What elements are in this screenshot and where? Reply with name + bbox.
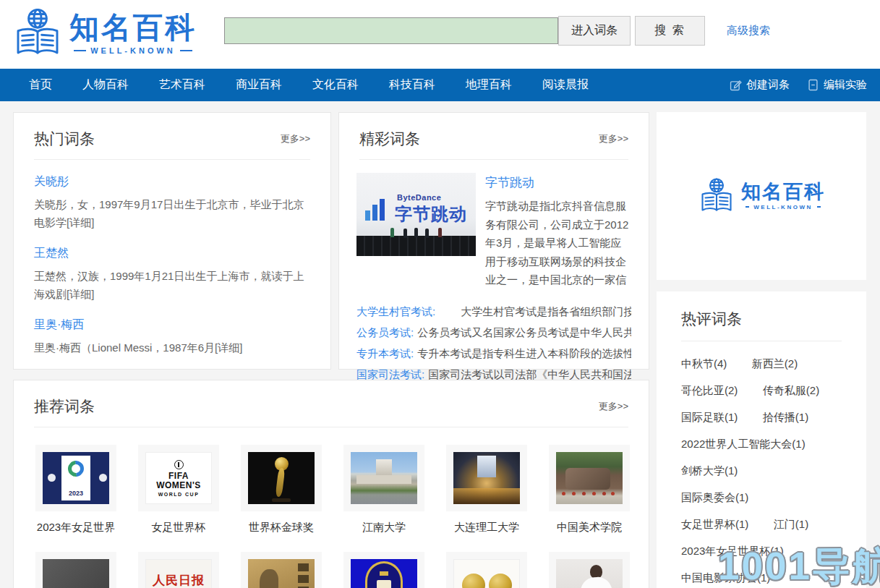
recommended-item[interactable]: 中国美术学院	[549, 445, 630, 534]
logo-texts: 知名百科 WELL-KNOWN	[741, 182, 825, 210]
featured-main-entry: ByteDance 字节跳动 字节跳动 字节跳动是指北京抖音信息服务有限公司，公…	[339, 160, 649, 289]
recommended-item[interactable]: amazon	[35, 552, 116, 588]
nav-item-business[interactable]: 商业百科	[236, 77, 282, 93]
hot-comment-tag[interactable]: 国际足联(1)	[681, 409, 738, 425]
hot-comment-tag[interactable]: 哥伦比亚(2)	[681, 383, 738, 399]
nav-item-technology[interactable]: 科技百科	[389, 77, 435, 93]
hot-comment-tag[interactable]: 女足世界杯(1)	[681, 516, 748, 532]
enter-entry-button[interactable]: 进入词条	[558, 16, 631, 46]
edit-lab-link[interactable]: 编辑实验	[807, 78, 867, 92]
recommended-caption[interactable]: 世界杯金球奖	[241, 521, 322, 534]
recommended-item[interactable]: 世界杯金球奖	[241, 445, 322, 534]
hot-entries-title: 热门词条	[34, 129, 95, 149]
recommended-item[interactable]: FIFA WOMEN'S WORLD CUP 女足世界杯	[138, 445, 219, 534]
sidebar-logo-title: 知名百科	[741, 182, 825, 203]
site-logo[interactable]: 知名百科 WELL-KNOWN	[12, 7, 197, 59]
nav-item-morning-news[interactable]: 阅读晨报	[542, 77, 589, 93]
bytedance-photo[interactable]: ByteDance 字节跳动	[356, 173, 476, 256]
sidebar-logo[interactable]: 知名百科 WELL-KNOWN	[698, 177, 825, 215]
entry-link[interactable]: 大学生村官考试:	[356, 305, 435, 318]
tile	[446, 552, 527, 588]
hot-entries-more-link[interactable]: 更多>>	[281, 132, 310, 145]
logo-dash-left	[74, 50, 86, 51]
dalian-university-photo	[453, 452, 520, 504]
main-nav: 首页 人物百科 艺术百科 商业百科 文化百科 科技百科 地理百科 阅读晨报 创建…	[0, 69, 880, 101]
advanced-search-link[interactable]: 高级搜索	[727, 24, 770, 38]
entry-summary: 大学生村官考试是指各省组织部门按照	[439, 305, 631, 318]
hot-comment-tag[interactable]: 2022世界人工智能大会(1)	[681, 436, 806, 452]
recommended-caption[interactable]: 中国美术学院	[549, 521, 630, 534]
site-subtitle: WELL-KNOWN	[69, 46, 197, 55]
tile	[549, 445, 630, 511]
entry-summary: 国家司法考试以司法部《中华人民共和国法官	[428, 368, 631, 380]
nav-item-geography[interactable]: 地理百科	[466, 77, 512, 93]
hot-entries-card: 热门词条 更多>> 关晓彤 关晓彤，女，1997年9月17日出生于北京市，毕业于…	[13, 112, 331, 370]
recommended-caption[interactable]: 女足世界杯	[138, 521, 219, 534]
logo-dash-left	[746, 206, 749, 208]
tile: amazon	[35, 552, 116, 588]
recommended-item[interactable]: 江南大学	[343, 445, 424, 534]
tile	[549, 552, 630, 588]
book-globe-logo-icon	[698, 177, 735, 215]
page: 知名百科 WELL-KNOWN 进入词条 搜 索 高级搜索 首页 人物百科 艺术…	[0, 0, 880, 588]
hot-comment-tag[interactable]: 拾传播(1)	[763, 409, 808, 425]
create-entry-label: 创建词条	[746, 78, 790, 92]
hot-entry-summary: 里奥·梅西（Lionel Messi，1987年6月[详细]	[34, 338, 310, 357]
sidebar-logo-subtitle: WELL-KNOWN	[741, 204, 825, 210]
entry-link[interactable]: 国家司法考试:	[356, 368, 424, 380]
recommended-item[interactable]	[446, 552, 527, 588]
peoples-daily-logo-image: 人民日报 PEOPLE'S DAILY	[145, 559, 212, 588]
nav-item-art[interactable]: 艺术百科	[159, 77, 205, 93]
header: 知名百科 WELL-KNOWN 进入词条 搜 索 高级搜索	[0, 0, 880, 69]
recommended-title: 推荐词条	[34, 396, 95, 417]
divider	[34, 159, 310, 160]
featured-main-info: 字节跳动 字节跳动是指北京抖音信息服务有限公司，公司成立于2012年3月，是最早…	[485, 173, 631, 289]
entry-link[interactable]: 专升本考试:	[356, 347, 414, 359]
fifa-text: WOMEN'S	[156, 481, 201, 490]
recommended-caption[interactable]: 江南大学	[343, 521, 424, 534]
recommended-item[interactable]: 2023 2023年女足世界	[35, 445, 116, 534]
featured-entries-more-link[interactable]: 更多>>	[599, 132, 628, 145]
hot-comment-tag[interactable]: 国际奥委会(1)	[681, 490, 748, 506]
divider	[34, 427, 628, 427]
jiangnan-university-photo	[351, 452, 417, 504]
recommended-row-1: 2023 2023年女足世界 FIFA WOMEN'S WORLD CUP 女足…	[14, 445, 649, 534]
hot-entry-summary: 王楚然，汉族，1999年1月21日出生于上海市，就读于上海戏剧[详细]	[34, 267, 310, 303]
logo-texts: 知名百科 WELL-KNOWN	[69, 12, 197, 54]
nav-item-people[interactable]: 人物百科	[82, 77, 129, 93]
recommended-item[interactable]	[549, 552, 630, 588]
tile	[241, 552, 322, 588]
recommended-item[interactable]: 大连理工大学	[446, 445, 527, 534]
hot-comment-tag[interactable]: 传奇私服(2)	[763, 383, 819, 399]
pencil-edit-icon	[730, 79, 742, 91]
recommended-row-2: amazon 人民日报 PEOPLE'S DAILY	[14, 552, 649, 588]
hot-entry-link[interactable]: 关晓彤	[34, 174, 310, 189]
create-entry-link[interactable]: 创建词条	[730, 78, 790, 92]
search-input[interactable]	[224, 17, 558, 44]
hot-entry-item: 关晓彤 关晓彤，女，1997年9月17日出生于北京市，毕业于北京电影学[详细]	[14, 174, 330, 231]
recommended-item[interactable]	[343, 552, 424, 588]
recommended-caption[interactable]: 2023年女足世界	[35, 521, 116, 534]
tile	[343, 552, 424, 588]
portrait-photo-image	[556, 559, 623, 588]
book-globe-logo-icon	[12, 7, 64, 59]
nav-item-culture[interactable]: 文化百科	[312, 77, 359, 93]
hot-entry-link[interactable]: 王楚然	[34, 246, 310, 261]
search-button[interactable]: 搜 索	[635, 16, 705, 46]
recommended-item[interactable]: 人民日报 PEOPLE'S DAILY	[138, 552, 219, 588]
entry-link[interactable]: 公务员考试:	[356, 326, 414, 338]
recommended-caption[interactable]: 大连理工大学	[446, 521, 527, 534]
hot-comment-tag[interactable]: 剑桥大学(1)	[681, 463, 738, 479]
recommended-more-link[interactable]: 更多>>	[599, 400, 628, 413]
nav-item-home[interactable]: 首页	[29, 77, 52, 93]
bytedance-brand-en: ByteDance	[397, 193, 441, 202]
fifa-text: WORLD CUP	[158, 492, 200, 497]
document-icon	[807, 79, 819, 91]
hot-comment-tag[interactable]: 新西兰(2)	[752, 356, 798, 372]
wwc-year-text: 2023	[43, 490, 109, 497]
hot-entry-link[interactable]: 里奥·梅西	[34, 318, 310, 333]
featured-entry-link[interactable]: 字节跳动	[485, 174, 631, 191]
recommended-item[interactable]	[241, 552, 322, 588]
hot-comment-tag[interactable]: 江门(1)	[774, 516, 808, 532]
hot-comment-tag[interactable]: 中秋节(4)	[681, 356, 727, 372]
